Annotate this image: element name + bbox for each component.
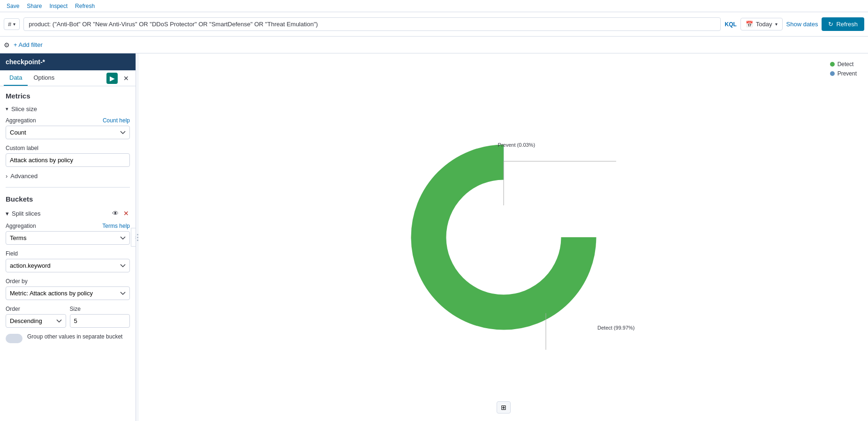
split-slices-label: Split slices <box>12 210 40 217</box>
prevent-legend-dot <box>830 71 835 76</box>
resize-dot-3 <box>137 240 138 241</box>
calendar-icon: 📅 <box>746 21 753 28</box>
refresh-button[interactable]: ↻ Refresh <box>822 17 864 31</box>
aggregation-label: Aggregation Count help <box>6 117 130 124</box>
field-select[interactable]: action.keyword <box>6 259 130 272</box>
order-by-group: Order by Metric: Attack actions by polic… <box>6 278 130 300</box>
refresh-icon: ↻ <box>828 21 833 28</box>
chart-legend: Detect Prevent <box>830 61 857 77</box>
refresh-label: Refresh <box>836 21 858 28</box>
tab-options[interactable]: Options <box>28 70 60 86</box>
run-button[interactable]: ▶ <box>106 73 118 84</box>
query-input[interactable] <box>23 17 721 31</box>
index-name: checkpoint-* <box>6 58 45 66</box>
sidebar-tabs: Data Options ▶ ✕ <box>0 70 136 86</box>
field-group: Field action.keyword <box>6 250 130 272</box>
resize-dot-1 <box>137 234 138 235</box>
count-help-link[interactable]: Count help <box>103 117 130 124</box>
order-by-label: Order by <box>6 278 130 285</box>
close-panel-button[interactable]: ✕ <box>121 73 132 84</box>
detect-legend-label: Detect <box>838 61 854 68</box>
prevent-legend-label: Prevent <box>838 70 857 77</box>
sidebar-content: Metrics ▾ Slice size Aggregation Count h… <box>0 86 136 421</box>
size-input[interactable] <box>70 314 130 328</box>
query-bar: # ▾ KQL 📅 Today ▾ Show dates ↻ Refresh <box>0 12 868 37</box>
advanced-label: Advanced <box>10 173 38 180</box>
custom-label-label: Custom label <box>6 145 130 151</box>
eye-icon-button[interactable]: 👁 <box>111 209 120 218</box>
metrics-section-title: Metrics <box>6 92 130 100</box>
filter-bar: ⚙ + Add filter <box>0 37 868 53</box>
visualization-area: Detect Prevent <box>139 53 868 421</box>
kql-badge[interactable]: KQL <box>725 21 736 28</box>
tab-data[interactable]: Data <box>4 70 28 86</box>
field-label: Field <box>6 250 130 257</box>
chevron-right-icon: › <box>6 173 8 180</box>
resize-dot-2 <box>137 237 138 238</box>
buckets-section: Buckets ▾ Split slices 👁 ✕ Aggregation T… <box>6 195 130 343</box>
custom-label-input[interactable] <box>6 153 130 167</box>
save-menu-item[interactable]: Save <box>4 0 22 12</box>
terms-help-link[interactable]: Terms help <box>102 223 130 229</box>
detect-chart-label: Detect (99.97%) <box>597 324 634 331</box>
size-group: Size <box>70 306 130 328</box>
add-filter-button[interactable]: + Add filter <box>14 41 43 48</box>
gear-icon: ⚙ <box>4 41 10 49</box>
sidebar-collapse-button[interactable]: › <box>131 228 136 247</box>
size-label: Size <box>70 306 130 312</box>
custom-label-group: Custom label <box>6 145 130 167</box>
refresh-menu-item[interactable]: Refresh <box>72 0 98 12</box>
bucket-actions: 👁 ✕ <box>111 209 130 218</box>
bottom-toolbar: ⊞ <box>497 401 511 413</box>
date-picker[interactable]: 📅 Today ▾ <box>740 18 783 30</box>
slice-size-header[interactable]: ▾ Slice size <box>6 105 130 113</box>
buckets-aggregation-group: Aggregation Terms help Terms <box>6 223 130 245</box>
donut-chart-container: Prevent (0.03%) Detect (99.97%) <box>391 125 616 350</box>
group-other-label: Group other values in separate bucket <box>27 333 122 340</box>
main-layout: checkpoint-* › Data Options ▶ ✕ Metrics … <box>0 53 868 421</box>
collapse-split-icon: ▾ <box>6 210 9 217</box>
tab-actions: ▶ ✕ <box>106 73 132 84</box>
advanced-toggle[interactable]: › Advanced <box>6 173 130 180</box>
sidebar-panel: checkpoint-* › Data Options ▶ ✕ Metrics … <box>0 53 136 421</box>
collapse-arrow-icon: ▾ <box>6 106 8 112</box>
detect-legend-dot <box>830 62 835 67</box>
buckets-aggregation-select[interactable]: Terms <box>6 231 130 245</box>
show-dates-button[interactable]: Show dates <box>786 21 818 28</box>
top-menu: Save Share Inspect Refresh <box>0 0 868 12</box>
index-selector[interactable]: # ▾ <box>4 18 20 30</box>
split-slices-header: ▾ Split slices 👁 ✕ <box>6 209 130 218</box>
order-size-row: Order Descending Size <box>6 306 130 328</box>
order-label: Order <box>6 306 66 312</box>
chevron-down-icon-date: ▾ <box>775 22 777 27</box>
group-other-toggle[interactable] <box>6 334 23 343</box>
order-group: Order Descending <box>6 306 66 328</box>
aggregation-group: Aggregation Count help Count <box>6 117 130 139</box>
split-slices-toggle[interactable]: ▾ Split slices <box>6 210 40 217</box>
section-divider <box>6 187 130 188</box>
legend-item-prevent[interactable]: Prevent <box>830 70 857 77</box>
index-hash: # <box>8 21 11 28</box>
group-other-row: Group other values in separate bucket <box>6 333 130 343</box>
chevron-down-icon: ▾ <box>13 22 15 27</box>
order-by-select[interactable]: Metric: Attack actions by policy <box>6 286 130 300</box>
aggregation-select[interactable]: Count <box>6 126 130 139</box>
share-menu-item[interactable]: Share <box>24 0 45 12</box>
resize-dots <box>137 234 138 241</box>
legend-item-detect[interactable]: Detect <box>830 61 857 68</box>
date-value: Today <box>756 21 772 28</box>
buckets-aggregation-label: Aggregation Terms help <box>6 223 130 229</box>
buckets-section-title: Buckets <box>6 195 130 203</box>
inspect-menu-item[interactable]: Inspect <box>46 0 70 12</box>
donut-chart-svg <box>391 125 616 350</box>
sidebar-header: checkpoint-* <box>0 53 136 70</box>
slice-size-label: Slice size <box>11 105 37 113</box>
prevent-chart-label: Prevent (0.03%) <box>498 141 535 148</box>
order-select[interactable]: Descending <box>6 314 66 328</box>
delete-bucket-button[interactable]: ✕ <box>122 209 130 218</box>
table-view-button[interactable]: ⊞ <box>497 401 511 413</box>
